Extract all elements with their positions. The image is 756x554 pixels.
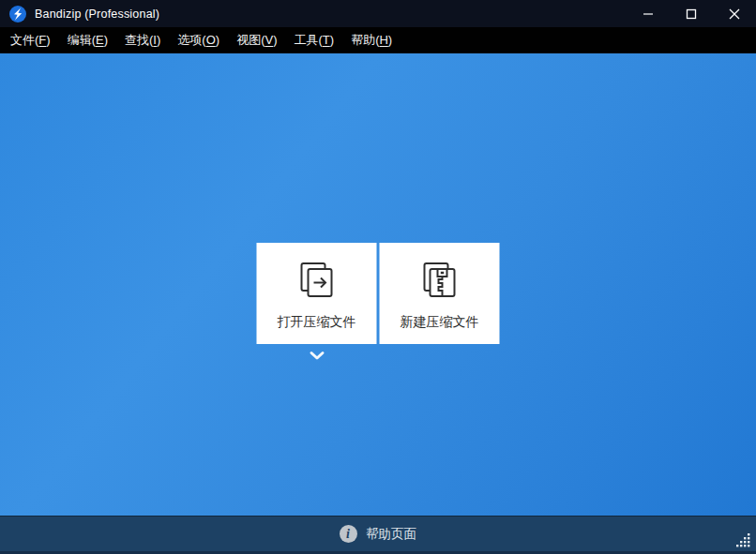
menu-edit[interactable]: 编辑(E) (59, 27, 116, 53)
menu-tools[interactable]: 工具(T) (285, 27, 342, 53)
maximize-icon (686, 8, 697, 20)
new-archive-icon (418, 261, 461, 300)
menu-view[interactable]: 视图(V) (228, 27, 285, 53)
open-archive-label: 打开压缩文件 (278, 314, 356, 331)
minimize-button[interactable] (627, 0, 670, 27)
new-archive-label: 新建压缩文件 (401, 314, 479, 331)
main-workspace: 打开压缩文件 新建压缩文件 (0, 53, 756, 516)
new-archive-card[interactable]: 新建压缩文件 (380, 243, 500, 344)
recent-files-expander[interactable] (257, 351, 377, 361)
close-icon (729, 8, 740, 20)
menubar: 文件(F) 编辑(E) 查找(I) 选项(O) 视图(V) 工具(T) 帮助(H… (0, 27, 756, 53)
maximize-button[interactable] (670, 0, 713, 27)
open-archive-card[interactable]: 打开压缩文件 (257, 243, 377, 344)
open-archive-icon (295, 261, 339, 300)
info-icon: i (340, 525, 357, 543)
close-button[interactable] (713, 0, 756, 27)
titlebar: Bandizip (Professional) (0, 0, 756, 27)
menu-file[interactable]: 文件(F) (2, 27, 59, 53)
menu-find[interactable]: 查找(I) (116, 27, 169, 53)
menu-help[interactable]: 帮助(H) (342, 27, 401, 53)
chevron-down-icon (309, 351, 325, 361)
statusbar-help-link[interactable]: i 帮助页面 (0, 516, 756, 554)
menu-options[interactable]: 选项(O) (169, 27, 228, 53)
minimize-icon (643, 8, 654, 20)
help-page-label: 帮助页面 (366, 526, 416, 543)
resize-grip[interactable] (733, 533, 751, 548)
launch-pad: 打开压缩文件 新建压缩文件 (257, 243, 500, 361)
bandizip-logo-icon (8, 5, 27, 23)
window-title: Bandizip (Professional) (35, 7, 159, 21)
